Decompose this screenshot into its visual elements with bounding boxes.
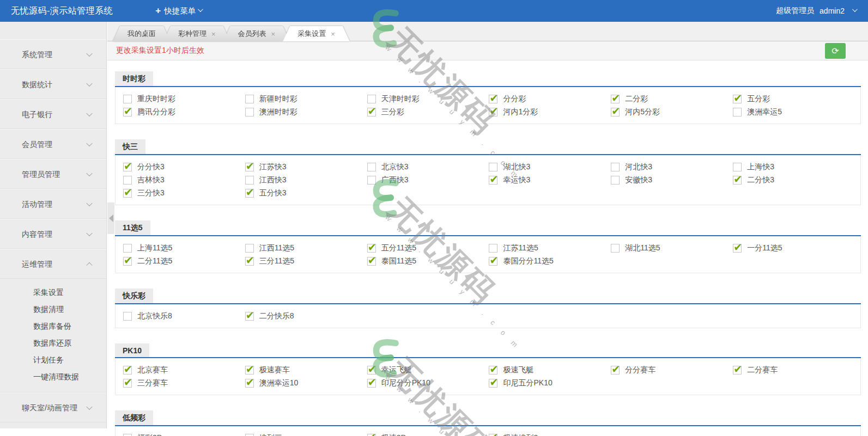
lottery-checkbox[interactable]	[611, 176, 620, 185]
tab-member-list[interactable]: 会员列表×	[223, 26, 290, 41]
sidebar-item-activity[interactable]: 活动管理	[0, 189, 106, 219]
lottery-checkbox[interactable]: ✔	[611, 108, 620, 116]
lottery-label[interactable]: 泰国分分11选5	[503, 256, 553, 266]
lottery-checkbox[interactable]: ✔	[123, 189, 132, 198]
lottery-checkbox[interactable]: ✔	[367, 434, 376, 436]
lottery-label[interactable]: 二分赛车	[747, 365, 778, 375]
lottery-checkbox[interactable]: ✔	[489, 257, 497, 266]
close-icon[interactable]: ×	[331, 30, 335, 38]
lottery-label[interactable]: 江西11选5	[259, 243, 294, 253]
lottery-checkbox[interactable]	[123, 312, 132, 321]
sidebar-subitem-collect-settings[interactable]: 采集设置	[0, 284, 106, 301]
lottery-checkbox[interactable]: ✔	[245, 366, 254, 374]
lottery-label[interactable]: 腾讯分分彩	[137, 107, 175, 117]
sidebar-item-ebank[interactable]: 电子银行	[0, 99, 106, 129]
sidebar-item-stats[interactable]: 数据统计	[0, 69, 106, 99]
lottery-checkbox[interactable]: ✔	[367, 366, 376, 374]
lottery-checkbox[interactable]	[733, 108, 742, 116]
lottery-checkbox[interactable]: ✔	[489, 108, 497, 116]
lottery-label[interactable]: 河内1分彩	[503, 107, 538, 117]
lottery-label[interactable]: 澳洲幸运5	[747, 107, 782, 117]
sidebar-subitem-db-backup[interactable]: 数据库备份	[0, 318, 106, 335]
lottery-label[interactable]: 湖北快3	[503, 162, 530, 172]
lottery-checkbox[interactable]: ✔	[733, 366, 742, 374]
lottery-checkbox[interactable]: ✔	[733, 176, 742, 185]
sidebar-item-system[interactable]: 系统管理	[0, 39, 106, 69]
lottery-label[interactable]: 二分彩	[625, 94, 648, 104]
lottery-checkbox[interactable]	[123, 95, 132, 103]
lottery-label[interactable]: 印尼分分PK10	[381, 378, 430, 388]
sidebar-subitem-one-key-clean[interactable]: 一键清理数据	[0, 369, 106, 385]
lottery-checkbox[interactable]: ✔	[733, 95, 742, 103]
lottery-checkbox[interactable]	[611, 244, 620, 253]
lottery-label[interactable]: 河内5分彩	[625, 107, 660, 117]
refresh-button[interactable]: ⟳	[825, 43, 846, 59]
user-menu[interactable]: 超级管理员 admin2	[776, 6, 856, 16]
lottery-checkbox[interactable]: ✔	[611, 366, 620, 374]
lottery-label[interactable]: 泰国11选5	[381, 256, 416, 266]
lottery-checkbox[interactable]	[733, 163, 742, 171]
lottery-label[interactable]: 极速3D	[381, 433, 406, 436]
lottery-label[interactable]: 极速飞艇	[503, 365, 533, 375]
lottery-checkbox[interactable]	[245, 434, 254, 436]
lottery-label[interactable]: 新疆时时彩	[259, 94, 298, 104]
tab-lottery-manage[interactable]: 彩种管理×	[163, 26, 230, 41]
lottery-checkbox[interactable]	[367, 95, 376, 103]
lottery-label[interactable]: 北京快3	[381, 162, 409, 172]
lottery-label[interactable]: 澳洲幸运10	[259, 378, 299, 388]
lottery-checkbox[interactable]: ✔	[489, 379, 497, 388]
lottery-label[interactable]: 安徽快3	[625, 175, 652, 185]
lottery-checkbox[interactable]	[245, 95, 254, 103]
lottery-label[interactable]: 吉林快3	[137, 175, 165, 185]
lottery-label[interactable]: 北京快乐8	[137, 311, 172, 321]
lottery-checkbox[interactable]: ✔	[611, 95, 620, 103]
lottery-label[interactable]: 江苏11选5	[503, 243, 538, 253]
lottery-checkbox[interactable]	[245, 176, 254, 185]
lottery-checkbox[interactable]: ✔	[245, 257, 254, 266]
lottery-checkbox[interactable]	[123, 244, 132, 253]
quick-menu-button[interactable]: + 快捷菜单	[155, 5, 202, 16]
lottery-checkbox[interactable]	[123, 176, 132, 185]
lottery-label[interactable]: 幸运快3	[503, 175, 530, 185]
lottery-checkbox[interactable]: ✔	[367, 108, 376, 116]
lottery-label[interactable]: 上海快3	[747, 162, 774, 172]
lottery-label[interactable]: 北京赛车	[137, 365, 168, 375]
lottery-checkbox[interactable]: ✔	[489, 95, 497, 103]
lottery-label[interactable]: 湖北11选5	[625, 243, 660, 253]
lottery-checkbox[interactable]: ✔	[733, 244, 742, 253]
lottery-checkbox[interactable]	[367, 176, 376, 185]
close-icon[interactable]: ×	[271, 30, 276, 38]
lottery-label[interactable]: 印尼五分PK10	[503, 378, 552, 388]
lottery-label[interactable]: 幸运飞艇	[381, 365, 412, 375]
lottery-checkbox[interactable]: ✔	[123, 257, 132, 266]
lottery-checkbox[interactable]: ✔	[489, 434, 497, 436]
lottery-checkbox[interactable]: ✔	[123, 163, 132, 171]
lottery-label[interactable]: 极速排列3	[503, 433, 538, 436]
lottery-checkbox[interactable]	[123, 434, 132, 436]
lottery-checkbox[interactable]	[245, 244, 254, 253]
lottery-label[interactable]: 澳洲时时彩	[259, 107, 298, 117]
tab-collect-settings[interactable]: 采集设置×	[283, 26, 350, 41]
lottery-label[interactable]: 一分11选5	[747, 243, 782, 253]
lottery-label[interactable]: 三分快3	[137, 188, 165, 198]
lottery-checkbox[interactable]: ✔	[245, 163, 254, 171]
lottery-label[interactable]: 排列三	[259, 433, 282, 436]
lottery-checkbox[interactable]: ✔	[367, 379, 376, 388]
lottery-label[interactable]: 江苏快3	[259, 162, 287, 172]
lottery-label[interactable]: 天津时时彩	[381, 94, 420, 104]
lottery-label[interactable]: 二分11选5	[137, 256, 172, 266]
lottery-label[interactable]: 三分11选5	[259, 256, 294, 266]
lottery-label[interactable]: 三分彩	[381, 107, 404, 117]
lottery-label[interactable]: 五分11选5	[381, 243, 416, 253]
lottery-checkbox[interactable]	[367, 163, 376, 171]
lottery-label[interactable]: 五分彩	[747, 94, 770, 104]
lottery-label[interactable]: 河北快3	[625, 162, 652, 172]
lottery-checkbox[interactable]: ✔	[123, 366, 132, 374]
lottery-checkbox[interactable]	[611, 163, 620, 171]
lottery-checkbox[interactable]: ✔	[123, 379, 132, 388]
lottery-checkbox[interactable]: ✔	[489, 176, 497, 185]
lottery-label[interactable]: 五分快3	[259, 188, 287, 198]
sidebar-item-ops[interactable]: 运维管理	[0, 249, 106, 279]
sidebar-item-admins[interactable]: 管理员管理	[0, 159, 106, 189]
lottery-checkbox[interactable]: ✔	[123, 108, 132, 116]
